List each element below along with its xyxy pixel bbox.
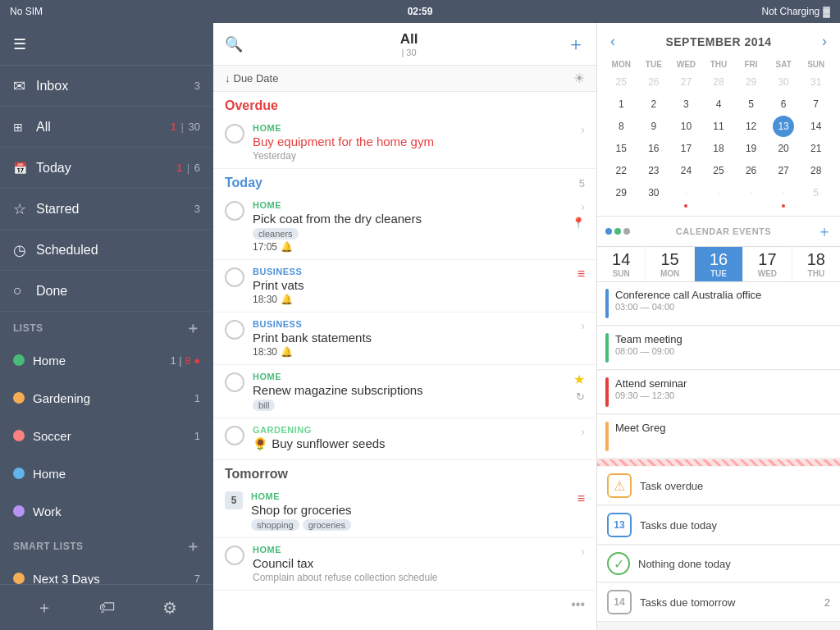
cal-day[interactable]: 1	[610, 94, 632, 115]
cal-day[interactable]: 8	[610, 116, 632, 137]
cal-day-today[interactable]: 13	[773, 116, 794, 137]
event-item[interactable]: Meet Greg	[597, 415, 840, 459]
cal-day[interactable]: 30	[773, 71, 794, 93]
chevron-icon: ›	[581, 319, 585, 332]
tags-button[interactable]: 🏷	[99, 598, 116, 617]
cal-day[interactable]: 19	[741, 138, 762, 159]
cal-day[interactable]: 31	[806, 71, 827, 93]
cal-day[interactable]: 10	[675, 116, 696, 137]
sidebar-item-scheduled[interactable]: ◷ Scheduled	[0, 230, 213, 271]
cal-day[interactable]: 26	[643, 71, 664, 93]
sidebar-item-inbox[interactable]: ✉ Inbox 3	[0, 66, 213, 107]
priority-icon: ≡	[578, 491, 585, 506]
cal-day[interactable]: 24	[675, 160, 696, 181]
task-checkbox[interactable]	[225, 124, 244, 144]
cal-day[interactable]: 5	[741, 94, 762, 115]
cal-day[interactable]: 17	[675, 138, 696, 159]
list-item-home1[interactable]: Home 1 | 8 ●	[0, 341, 213, 379]
cal-day[interactable]: 12	[741, 116, 762, 137]
list-item-home2[interactable]: Home	[0, 454, 213, 492]
cal-day[interactable]: 21	[806, 138, 827, 159]
cal-day[interactable]: 4	[708, 94, 729, 115]
sidebar-item-all[interactable]: ⊞ All 1 | 30	[0, 107, 213, 148]
cal-day[interactable]: 25	[610, 71, 632, 93]
more-icon[interactable]: •••	[571, 597, 585, 612]
list-item-gardening[interactable]: Gardening 1	[0, 379, 213, 417]
sidebar-item-starred[interactable]: ☆ Starred 3	[0, 189, 213, 230]
prev-month-button[interactable]: ‹	[605, 31, 620, 52]
cal-day[interactable]: ·	[773, 182, 794, 203]
cal-day[interactable]: 23	[643, 160, 664, 181]
cal-day[interactable]: 30	[643, 182, 664, 203]
task-checkbox[interactable]	[225, 372, 244, 392]
day-cell-15[interactable]: 15 MON	[646, 247, 694, 281]
task-checkbox[interactable]	[225, 426, 244, 445]
cal-day[interactable]: 29	[610, 182, 632, 203]
cal-day[interactable]: 11	[708, 116, 729, 137]
cal-day[interactable]: 26	[741, 160, 762, 181]
overdue-legend-icon: ⚠	[607, 473, 632, 498]
sidebar-item-today[interactable]: 📅 Today 1 | 6	[0, 148, 213, 189]
event-item[interactable]: Team meeting 08:00 — 09:00	[597, 326, 840, 370]
add-smart-list-button[interactable]: ＋	[185, 536, 201, 556]
task-checkbox[interactable]	[225, 201, 244, 221]
settings-button[interactable]: ⚙	[162, 598, 177, 618]
tomorrow-legend-icon: 14	[607, 590, 632, 614]
next-month-button[interactable]: ›	[817, 31, 832, 52]
event-item[interactable]: Attend seminar 09:30 — 12:30	[597, 371, 840, 414]
day-name: MON	[647, 269, 692, 278]
cal-day[interactable]: 14	[806, 116, 827, 137]
legend-label: Nothing done today	[638, 558, 830, 570]
cal-day[interactable]: ·	[741, 182, 762, 203]
task-item[interactable]: HOME Buy equipment for the home gym Yest…	[213, 116, 596, 169]
cal-day[interactable]: 16	[643, 138, 664, 159]
task-item[interactable]: HOME Council tax Complain about refuse c…	[213, 538, 596, 591]
event-item[interactable]: Conference call Australia office 03:00 —…	[597, 282, 840, 326]
cal-day[interactable]: 2	[643, 94, 664, 115]
day-cell-18[interactable]: 18 THU	[792, 247, 840, 281]
task-item[interactable]: BUSINESS Print bank statements 18:30 🔔 ›	[213, 313, 596, 365]
sidebar-item-done[interactable]: ○ Done	[0, 271, 213, 312]
menu-icon[interactable]: ☰	[13, 35, 26, 53]
add-task-button[interactable]: ＋	[36, 596, 52, 619]
cal-day[interactable]: 18	[708, 138, 729, 159]
cal-day[interactable]: 29	[741, 71, 762, 93]
list-item-soccer[interactable]: Soccer 1	[0, 417, 213, 454]
task-item[interactable]: GARDENING 🌻 Buy sunflower seeds ›	[213, 418, 596, 460]
list-item-next3days[interactable]: Next 3 Days 7	[0, 559, 213, 584]
cal-day[interactable]: 7	[806, 94, 827, 115]
time-value: 17:05	[253, 241, 277, 253]
cal-day[interactable]: 28	[708, 71, 729, 93]
sort-settings-icon[interactable]: ☀	[573, 71, 585, 86]
cal-day[interactable]: 28	[806, 160, 827, 181]
task-item[interactable]: 5 HOME Shop for groceries shopping groce…	[213, 485, 596, 538]
day-cell-14[interactable]: 14 SUN	[597, 247, 646, 281]
sidebar-item-label: Today	[36, 161, 176, 176]
cal-day[interactable]: 5	[806, 182, 827, 203]
task-item[interactable]: HOME Renew magazine subscriptions bill ★…	[213, 365, 596, 418]
cal-day[interactable]: ·	[675, 182, 696, 203]
task-checkbox[interactable]	[225, 320, 244, 340]
add-event-button[interactable]: ＋	[817, 221, 832, 241]
task-checkbox[interactable]	[225, 267, 244, 287]
cal-day[interactable]: 9	[643, 116, 664, 137]
search-button[interactable]: 🔍	[225, 35, 243, 53]
list-item-work[interactable]: Work	[0, 492, 213, 530]
cal-day[interactable]: 25	[708, 160, 729, 181]
day-cell-17[interactable]: 17 WED	[743, 247, 792, 281]
cal-day[interactable]: 27	[675, 71, 696, 93]
add-button[interactable]: ＋	[567, 32, 585, 57]
cal-day[interactable]: ·	[708, 182, 729, 203]
cal-day[interactable]: 22	[610, 160, 632, 181]
task-checkbox[interactable]	[225, 546, 244, 565]
cal-day[interactable]: 27	[773, 160, 794, 181]
task-item[interactable]: BUSINESS Print vats 18:30 🔔 ≡	[213, 260, 596, 313]
task-item[interactable]: HOME Pick coat from the dry cleaners cle…	[213, 194, 596, 260]
day-cell-16-selected[interactable]: 16 TUE	[695, 247, 743, 281]
add-list-button[interactable]: ＋	[185, 318, 201, 338]
cal-day[interactable]: 20	[773, 138, 794, 159]
cal-day[interactable]: 6	[773, 94, 794, 115]
sort-label[interactable]: ↓ Due Date	[225, 72, 278, 84]
cal-day[interactable]: 3	[675, 94, 696, 115]
cal-day[interactable]: 15	[610, 138, 632, 159]
